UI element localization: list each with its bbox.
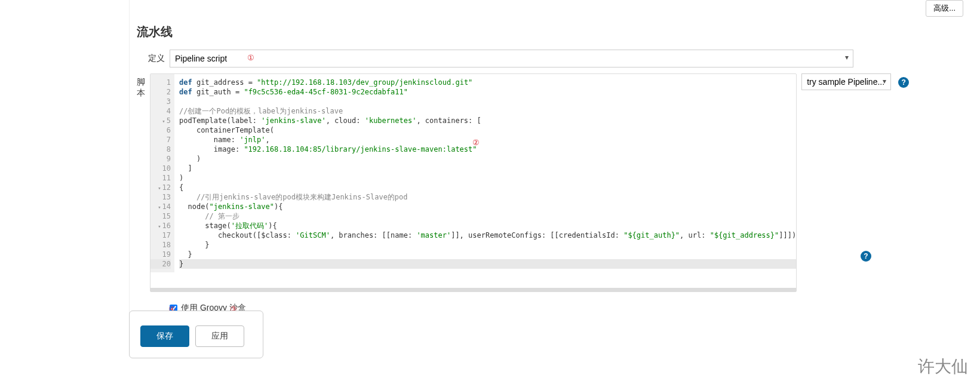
annotation-1: ①	[247, 53, 254, 62]
help-icon[interactable]: ?	[861, 251, 871, 262]
advanced-button[interactable]: 高级...	[926, 0, 963, 17]
code-area[interactable]: def git_address = "http://192.168.18.103…	[174, 74, 796, 272]
pipeline-panel: 流水线 定义 Pipeline script ① 脚本 1234▾5678910…	[129, 0, 861, 341]
annotation-2: ②	[472, 138, 480, 147]
section-title: 流水线	[137, 24, 853, 40]
watermark: 许大仙	[918, 355, 968, 378]
definition-select[interactable]: Pipeline script	[170, 50, 853, 67]
code-editor[interactable]: 1234▾567891011▾1213▾1415▾1617181920 def …	[150, 73, 797, 292]
help-icon[interactable]: ?	[898, 77, 909, 88]
sample-pipeline-select[interactable]: try sample Pipeline...	[801, 73, 891, 90]
line-gutter: 1234▾567891011▾1213▾1415▾1617181920	[150, 74, 174, 272]
definition-label: 定义	[137, 50, 170, 64]
save-button[interactable]: 保存	[140, 325, 189, 347]
action-bar: 保存 应用	[129, 311, 263, 358]
editor-scrollbar[interactable]	[150, 288, 796, 291]
apply-button[interactable]: 应用	[195, 325, 244, 347]
script-label: 脚本	[137, 73, 150, 99]
